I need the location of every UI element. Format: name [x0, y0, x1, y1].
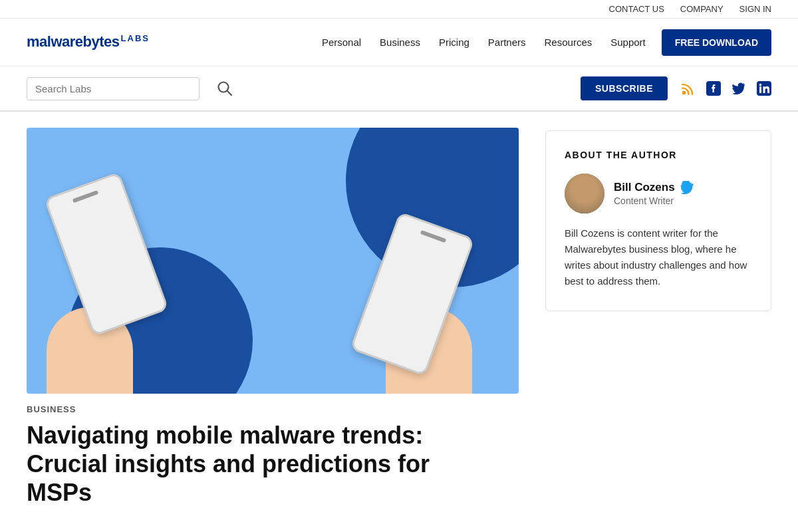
article-sidebar: ABOUT THE AUTHOR [545, 128, 771, 513]
nav-pricing[interactable]: Pricing [439, 37, 469, 48]
logo: malwarebytesLABS [27, 33, 150, 51]
top-bar: CONTACT US COMPANY SIGN IN [0, 0, 798, 19]
search-input[interactable] [35, 83, 191, 94]
nav-business[interactable]: Business [380, 37, 420, 48]
author-details: Bill Cozens Content Writer [614, 181, 694, 206]
page-content: BUSINESS Navigating mobile malware trend… [0, 128, 798, 513]
author-twitter-link[interactable] [680, 181, 694, 194]
svg-point-13 [573, 200, 597, 213]
avatar-image [565, 174, 604, 213]
main-nav: malwarebytesLABS Personal Business Prici… [0, 19, 798, 66]
nav-partners[interactable]: Partners [488, 37, 526, 48]
svg-line-1 [227, 91, 231, 95]
facebook-icon [706, 81, 721, 96]
svg-point-8 [576, 180, 593, 199]
avatar [565, 174, 604, 213]
linkedin-icon-link[interactable] [757, 81, 771, 96]
nav-links: Personal Business Pricing Partners Resou… [322, 37, 646, 48]
nav-support[interactable]: Support [610, 37, 646, 48]
article-title: Navigating mobile malware trends: Crucia… [27, 421, 519, 507]
sign-in-link[interactable]: SIGN IN [739, 4, 771, 14]
svg-rect-2 [682, 91, 686, 94]
logo-labs: LABS [121, 33, 150, 43]
svg-point-11 [587, 188, 589, 191]
rss-icon-link[interactable] [681, 81, 696, 96]
author-twitter-icon [680, 181, 694, 194]
article-category: BUSINESS [27, 404, 519, 414]
article-main: BUSINESS Navigating mobile malware trend… [27, 128, 519, 513]
author-card: ABOUT THE AUTHOR [545, 130, 771, 311]
author-name-wrap: Bill Cozens [614, 181, 694, 194]
subscribe-button[interactable]: SUBSCRIBE [581, 76, 668, 100]
logo-bytes: bytes [83, 34, 120, 51]
author-bio: Bill Cozens is content writer for the Ma… [565, 225, 752, 289]
free-download-button[interactable]: FREE DOWNLOAD [662, 29, 771, 56]
rss-icon [681, 81, 696, 96]
svg-point-9 [576, 177, 593, 188]
svg-point-12 [583, 192, 586, 194]
author-card-title: ABOUT THE AUTHOR [565, 150, 752, 160]
linkedin-icon [757, 81, 771, 96]
nav-resources[interactable]: Resources [545, 37, 593, 48]
facebook-icon-link[interactable] [706, 81, 721, 96]
logo-link[interactable]: malwarebytesLABS [27, 33, 150, 51]
logo-malwarebytes: malware [27, 34, 83, 51]
nav-personal[interactable]: Personal [322, 37, 361, 48]
social-icons [681, 81, 771, 96]
contact-us-link[interactable]: CONTACT US [609, 4, 664, 14]
author-info: Bill Cozens Content Writer [565, 174, 752, 213]
svg-rect-5 [759, 86, 761, 93]
twitter-icon-link[interactable] [732, 81, 746, 96]
svg-point-6 [759, 84, 762, 86]
search-button[interactable] [213, 76, 237, 100]
author-name: Bill Cozens [614, 181, 675, 194]
labs-bar: SUBSCRIBE [0, 66, 798, 112]
svg-point-10 [580, 188, 583, 191]
search-icon [215, 79, 234, 98]
search-wrap [27, 77, 200, 100]
svg-point-7 [565, 174, 604, 213]
author-role: Content Writer [614, 196, 694, 206]
company-link[interactable]: COMPANY [680, 4, 724, 14]
twitter-icon [732, 81, 746, 96]
hero-image [27, 128, 519, 394]
